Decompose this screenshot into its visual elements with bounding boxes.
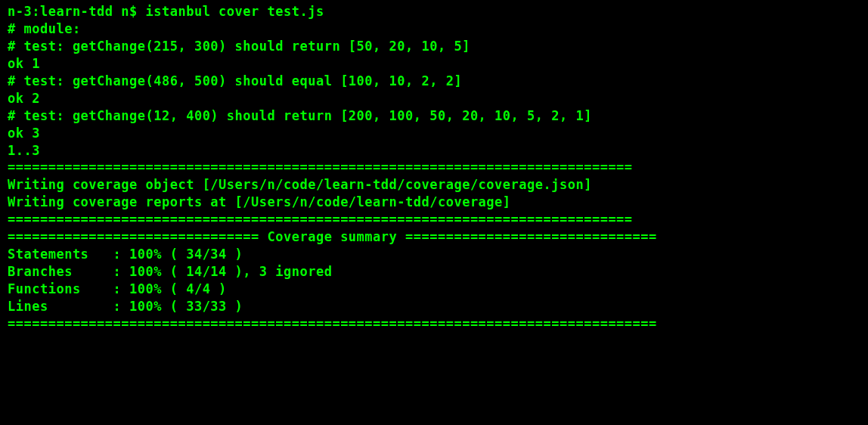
coverage-summary-header: =============================== Coverage… <box>8 228 860 246</box>
test-description-2: # test: getChange(486, 500) should equal… <box>8 73 860 90</box>
module-header: # module: <box>8 20 860 38</box>
divider-3: ========================================… <box>8 315 860 333</box>
test-description-3: # test: getChange(12, 400) should return… <box>8 107 860 125</box>
divider-2: ========================================… <box>8 211 860 228</box>
writing-coverage-reports: Writing coverage reports at [/Users/n/co… <box>8 194 860 211</box>
branches-coverage: Branches : 100% ( 14/14 ), 3 ignored <box>8 263 860 281</box>
statements-coverage: Statements : 100% ( 34/34 ) <box>8 246 860 263</box>
test-range: 1..3 <box>8 142 860 160</box>
test-result-3: ok 3 <box>8 125 860 142</box>
functions-coverage: Functions : 100% ( 4/4 ) <box>8 281 860 298</box>
test-result-2: ok 2 <box>8 90 860 107</box>
writing-coverage-object: Writing coverage object [/Users/n/code/l… <box>8 176 860 194</box>
test-result-1: ok 1 <box>8 55 860 73</box>
lines-coverage: Lines : 100% ( 33/33 ) <box>8 298 860 315</box>
terminal-prompt-line: n-3:learn-tdd n$ istanbul cover test.js <box>8 3 860 20</box>
divider-1: ========================================… <box>8 159 860 176</box>
test-description-1: # test: getChange(215, 300) should retur… <box>8 38 860 55</box>
